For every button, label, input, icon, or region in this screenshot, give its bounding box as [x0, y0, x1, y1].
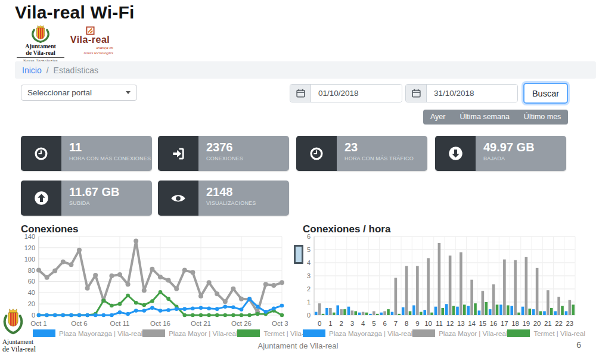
svg-text:12: 12	[446, 320, 454, 327]
sign-in-icon	[158, 136, 198, 171]
svg-text:5: 5	[372, 320, 375, 327]
svg-text:1: 1	[328, 320, 332, 327]
quick-filter-yesterday[interactable]: Ayer	[423, 110, 452, 125]
svg-text:4: 4	[361, 320, 365, 327]
date-to-input[interactable]	[427, 85, 517, 102]
svg-text:4: 4	[307, 259, 311, 266]
svg-text:8: 8	[405, 320, 408, 327]
arrow-circle-down-icon	[435, 136, 476, 171]
vilareal-logo-tagline1: avança en	[67, 45, 113, 50]
svg-text:20: 20	[28, 300, 35, 307]
ajuntament-crest-icon	[2, 307, 24, 338]
bar-chart-legend: Plaza Mayorazga | Vila-real Plaza Mayor …	[303, 329, 577, 337]
svg-text:2: 2	[307, 285, 311, 293]
svg-text:9: 9	[415, 320, 419, 327]
ajuntament-crest-icon	[30, 25, 51, 43]
search-button[interactable]: Buscar	[523, 83, 568, 104]
page-number: 6	[563, 340, 581, 350]
portal-select[interactable]: Seleccionar portal	[21, 85, 137, 101]
legend-item: Plaza Mayor | Vila-real	[142, 329, 237, 337]
quick-filter-group: Ayer Última semana Último mes	[423, 110, 568, 125]
footer-text: Ajuntament de Vila-real	[0, 341, 596, 350]
date-to-group	[405, 84, 518, 102]
legend-swatch-green	[507, 329, 530, 337]
breadcrumb-current: Estadísticas	[54, 66, 98, 75]
svg-text:16: 16	[490, 320, 498, 327]
eye-icon	[158, 181, 198, 216]
svg-text:3: 3	[350, 320, 354, 327]
vilareal-logo-icon	[86, 26, 95, 35]
breadcrumb: Inicio / Estadísticas	[15, 61, 596, 79]
legend-swatch-green	[237, 329, 260, 337]
vilareal-logo-tagline2: noves tecnologies	[67, 51, 113, 55]
svg-text:Oct 26: Oct 26	[231, 320, 252, 327]
stat-label: BAJADA	[483, 155, 535, 161]
stat-label: CONEXIONES	[206, 155, 243, 161]
svg-text:Oct 31: Oct 31	[272, 320, 288, 327]
svg-text:11: 11	[436, 320, 443, 327]
clock-icon	[21, 136, 61, 171]
chevron-down-icon	[126, 91, 131, 94]
date-from-input[interactable]	[311, 85, 402, 102]
portal-select-value: Seleccionar portal	[27, 88, 92, 97]
svg-text:19: 19	[522, 320, 530, 327]
stat-label: VISUALIZACIONES	[206, 200, 256, 206]
calendar-icon	[290, 85, 311, 102]
stat-card-conexiones: 2376 CONEXIONES	[158, 136, 289, 171]
corner-logo-text1: Ajuntament	[2, 338, 68, 346]
legend-swatch-gray	[412, 329, 435, 337]
svg-text:18: 18	[511, 320, 519, 327]
breadcrumb-separator: /	[46, 66, 49, 75]
svg-text:21: 21	[544, 320, 552, 327]
page-title: Vila-real Wi-Fi	[15, 2, 135, 23]
stat-card-subida: 11.67 GB SUBIDA	[21, 181, 152, 216]
stat-card-hora-conexiones: 11 HORA CON MÁS CONEXIONES	[21, 136, 152, 171]
legend-item: Plaza Mayorazga | Vila-real	[303, 329, 412, 337]
svg-text:60: 60	[28, 278, 35, 285]
svg-text:2: 2	[339, 320, 343, 327]
svg-text:13: 13	[457, 320, 465, 327]
stat-label: HORA CON MÁS CONEXIONES	[69, 155, 151, 161]
line-chart-legend: Plaza Mayorazga | Vila-real Plaza Mayor …	[33, 329, 283, 337]
vilareal-logo-name: Vila-real	[67, 35, 113, 45]
svg-text:100: 100	[24, 256, 35, 263]
stat-value: 11.67 GB	[69, 185, 120, 199]
svg-text:20: 20	[533, 320, 541, 327]
legend-item: Termet | Vila-real	[507, 329, 585, 337]
stat-value: 2376	[206, 141, 243, 154]
svg-text:14: 14	[468, 320, 476, 327]
corner-logo-text2: de Vila-real	[2, 346, 68, 353]
corner-ajuntament-logo: Ajuntament de Vila-real	[2, 307, 68, 353]
vilareal-logo: Vila-real avança en noves tecnologies	[67, 26, 113, 56]
legend-label: Plaza Mayorazga | Vila-real	[59, 330, 142, 337]
svg-text:3: 3	[307, 272, 311, 279]
legend-label: Plaza Mayor | Vila-real	[169, 330, 237, 337]
date-from-group	[290, 84, 402, 102]
chart-scroll-handle[interactable]	[294, 245, 303, 264]
breadcrumb-home-link[interactable]: Inicio	[22, 66, 42, 75]
svg-text:0: 0	[307, 312, 311, 319]
svg-text:Oct 21: Oct 21	[191, 320, 211, 327]
connections-per-hour-bar-chart: 0123456012345678910111213141516171819202…	[295, 233, 580, 331]
arrow-circle-up-icon	[21, 181, 61, 216]
svg-text:22: 22	[555, 320, 563, 327]
svg-text:140: 140	[24, 233, 35, 240]
stat-card-visualizaciones: 2148 VISUALIZACIONES	[158, 181, 289, 216]
ajuntament-logo-text: Ajuntament	[17, 43, 64, 49]
svg-text:80: 80	[28, 267, 35, 274]
svg-text:10: 10	[424, 320, 432, 327]
legend-label: Plaza Mayorazga | Vila-real	[329, 330, 412, 337]
legend-swatch-blue	[303, 329, 325, 337]
quick-filter-last-week[interactable]: Última semana	[452, 110, 516, 125]
svg-text:0: 0	[318, 320, 321, 327]
svg-text:40: 40	[28, 289, 35, 296]
stat-card-hora-trafico: 23 HORA CON MÁS TRÁFICO	[296, 136, 427, 171]
stat-card-bajada: 49.97 GB BAJADA	[435, 136, 566, 171]
ajuntament-logo-text2: de Vila-real	[17, 49, 64, 56]
svg-text:6: 6	[307, 233, 311, 240]
legend-item: Plaza Mayor | Vila-real	[412, 329, 507, 337]
stat-value: 11	[69, 141, 151, 154]
svg-text:Oct 16: Oct 16	[150, 320, 170, 327]
stat-label: HORA CON MÁS TRÁFICO	[344, 155, 414, 161]
quick-filter-last-month[interactable]: Último mes	[517, 110, 569, 125]
